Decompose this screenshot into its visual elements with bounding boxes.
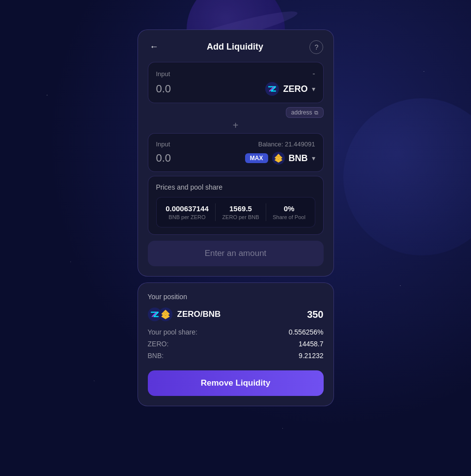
bnb-token-icon: [272, 152, 285, 165]
position-title: Your position: [148, 293, 324, 301]
position-pair-row: ZERO/BNB 350: [148, 308, 324, 321]
enter-amount-button[interactable]: Enter an amount: [148, 241, 324, 266]
pair-icons-group: ZERO/BNB: [148, 308, 221, 321]
share-of-pool-label: Share of Pool: [273, 214, 305, 220]
card-title: Add Liquidity: [207, 42, 263, 52]
bnb-amount-row: BNB: 9.21232: [148, 352, 324, 360]
bnb-per-zero-label: BNB per ZERO: [166, 214, 209, 220]
address-tag[interactable]: address ⧉: [286, 107, 324, 118]
price-divider-1: [215, 203, 216, 221]
bnb-token-name: BNB: [289, 153, 308, 164]
planet-decoration-right: [343, 98, 471, 255]
pool-share-value: 0.556256%: [289, 328, 324, 336]
input-bnb-row: MAX BNB ▾: [156, 152, 315, 165]
price-item-bnb-per-zero: 0.000637144 BNB per ZERO: [166, 204, 209, 220]
copy-icon: ⧉: [314, 110, 318, 116]
address-tag-label: address: [291, 109, 312, 116]
share-of-pool-value: 0%: [273, 204, 305, 213]
pair-zero-icon: [148, 308, 162, 321]
input-zero-label-row: Input -: [156, 69, 315, 78]
back-button[interactable]: ←: [148, 40, 161, 54]
input-zero-minus[interactable]: -: [312, 69, 315, 78]
remove-liquidity-button[interactable]: Remove Liquidity: [148, 370, 324, 396]
position-card: Your position: [138, 282, 334, 406]
bnb-token-selector[interactable]: BNB ▾: [272, 152, 315, 165]
zero-value: 14458.7: [299, 340, 324, 348]
bnb-right-section: MAX BNB ▾: [245, 152, 315, 165]
max-button[interactable]: MAX: [245, 153, 268, 163]
card-header: ← Add Liquidity ?: [148, 40, 324, 54]
input-bnb-box: Input Balance: 21.449091 MAX: [148, 133, 324, 172]
prices-box: Prices and pool share 0.000637144 BNB pe…: [148, 176, 324, 235]
bnb-label: BNB:: [148, 352, 164, 360]
zero-label: ZERO:: [148, 340, 169, 348]
bnb-amount-input[interactable]: [156, 152, 225, 165]
price-item-share: 0% Share of Pool: [273, 204, 305, 220]
bnb-value: 9.21232: [299, 352, 324, 360]
add-liquidity-card: ← Add Liquidity ? Input -: [138, 29, 334, 277]
pool-share-label: Your pool share:: [148, 328, 197, 336]
zero-chevron-icon: ▾: [312, 85, 315, 93]
prices-title: Prices and pool share: [156, 183, 315, 191]
bnb-per-zero-value: 0.000637144: [166, 204, 209, 213]
zero-amount-input[interactable]: [156, 83, 225, 95]
svg-rect-11: [164, 313, 166, 315]
svg-rect-5: [277, 157, 279, 159]
input-bnb-label-row: Input Balance: 21.449091: [156, 140, 315, 148]
input-bnb-balance: Balance: 21.449091: [258, 140, 315, 148]
price-divider-2: [266, 203, 266, 221]
prices-inner: 0.000637144 BNB per ZERO 1569.5 ZERO per…: [156, 197, 315, 227]
help-button[interactable]: ?: [309, 40, 323, 54]
pair-icons: [148, 308, 172, 321]
pair-name: ZERO/BNB: [177, 309, 221, 319]
pair-value: 350: [307, 309, 323, 320]
zero-per-bnb-label: ZERO per BNB: [222, 214, 259, 220]
input-bnb-label: Input: [156, 140, 170, 148]
input-zero-label: Input: [156, 70, 170, 78]
input-zero-row: ZERO ▾: [156, 82, 315, 96]
pool-share-row: Your pool share: 0.556256%: [148, 328, 324, 336]
price-item-zero-per-bnb: 1569.5 ZERO per BNB: [222, 204, 259, 220]
plus-divider: +: [148, 120, 324, 131]
input-zero-box: Input - ZERO ▾: [148, 62, 324, 103]
bnb-chevron-icon: ▾: [312, 154, 315, 162]
zero-token-icon: [265, 82, 279, 96]
zero-token-selector[interactable]: ZERO ▾: [265, 82, 315, 96]
zero-per-bnb-value: 1569.5: [222, 204, 259, 213]
zero-token-name: ZERO: [283, 84, 307, 94]
zero-amount-row: ZERO: 14458.7: [148, 340, 324, 348]
main-container: ← Add Liquidity ? Input -: [138, 29, 334, 406]
address-badge-area: address ⧉: [148, 107, 324, 118]
